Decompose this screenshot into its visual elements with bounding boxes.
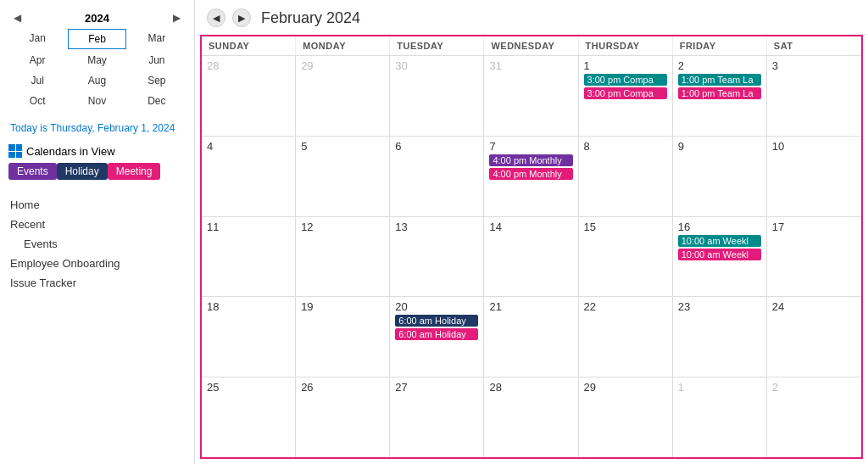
day-cell[interactable]: 22 xyxy=(579,297,673,377)
day-number: 29 xyxy=(301,59,384,72)
nav-link-issue-tracker[interactable]: Issue Tracker xyxy=(8,273,186,293)
prev-year-button[interactable]: ◀ xyxy=(10,10,25,25)
day-cell[interactable]: 27 xyxy=(390,377,484,457)
day-cell[interactable]: 12 xyxy=(296,217,390,297)
week-row-4: 252627282912 xyxy=(202,377,861,457)
month-cell-dec[interactable]: Dec xyxy=(128,92,186,110)
day-header-thursday: THURSDAY xyxy=(579,36,673,55)
month-cell-aug[interactable]: Aug xyxy=(68,71,125,90)
month-cell-sep[interactable]: Sep xyxy=(128,71,186,90)
day-cell[interactable]: 206:00 am Holiday6:00 am Holiday xyxy=(390,297,484,377)
mini-cal-year[interactable]: 2024 xyxy=(85,12,109,25)
day-cell[interactable]: 21 xyxy=(484,297,578,377)
day-cell[interactable]: 18 xyxy=(202,297,296,377)
week-row-2: 11121314151610:00 am Weekl10:00 am Weekl… xyxy=(202,217,861,298)
event-badge[interactable]: 4:00 pm Monthly xyxy=(489,154,572,166)
day-cell[interactable]: 28 xyxy=(484,377,578,457)
calendar-badges: EventsHolidayMeeting xyxy=(8,163,186,183)
day-cell[interactable]: 5 xyxy=(296,137,390,216)
day-number: 27 xyxy=(395,381,478,394)
day-cell[interactable]: 6 xyxy=(390,137,484,216)
nav-link-employee-onboarding[interactable]: Employee Onboarding xyxy=(8,254,186,273)
day-headers: SUNDAYMONDAYTUESDAYWEDNESDAYTHURSDAYFRID… xyxy=(202,36,861,56)
day-cell[interactable]: 13:00 pm Compa3:00 pm Compa xyxy=(579,56,673,136)
day-cell[interactable]: 1 xyxy=(673,377,767,457)
day-cell[interactable]: 14 xyxy=(484,217,578,297)
event-badge[interactable]: 3:00 pm Compa xyxy=(584,74,667,86)
calendar-badge-meeting[interactable]: Meeting xyxy=(108,163,161,180)
month-cell-oct[interactable]: Oct xyxy=(8,92,66,110)
month-cell-jan[interactable]: Jan xyxy=(8,29,66,49)
prev-month-button[interactable]: ◀ xyxy=(207,8,225,27)
day-number: 29 xyxy=(584,381,667,394)
day-cell[interactable]: 30 xyxy=(390,56,484,136)
nav-link-events[interactable]: Events xyxy=(8,234,186,254)
event-badge[interactable]: 1:00 pm Team La xyxy=(678,87,761,99)
day-header-sat: SAT xyxy=(767,36,861,55)
month-cell-jun[interactable]: Jun xyxy=(128,51,186,70)
day-cell[interactable]: 28 xyxy=(202,56,296,136)
day-cell[interactable]: 74:00 pm Monthly4:00 pm Monthly xyxy=(484,137,578,216)
day-cell[interactable]: 17 xyxy=(767,217,861,297)
month-cell-feb[interactable]: Feb xyxy=(68,29,125,49)
day-cell[interactable]: 31 xyxy=(484,56,578,136)
day-cell[interactable]: 24 xyxy=(767,297,861,377)
calendars-section-label: Calendars in View xyxy=(26,145,115,158)
month-cell-mar[interactable]: Mar xyxy=(128,29,186,49)
day-cell[interactable]: 8 xyxy=(579,137,673,216)
event-badge[interactable]: 4:00 pm Monthly xyxy=(489,168,572,180)
sidebar: ◀ 2024 ▶ JanFebMarAprMayJunJulAugSepOctN… xyxy=(0,0,195,464)
day-cell[interactable]: 9 xyxy=(673,137,767,216)
day-number: 24 xyxy=(772,300,856,313)
today-value: Thursday, February 1, 2024 xyxy=(50,122,175,134)
day-number: 23 xyxy=(678,300,761,313)
calendar-badge-holiday[interactable]: Holiday xyxy=(57,163,108,180)
day-cell[interactable]: 2 xyxy=(767,377,861,457)
month-cell-nov[interactable]: Nov xyxy=(68,92,125,110)
event-badge[interactable]: 6:00 am Holiday xyxy=(395,328,478,340)
day-number: 10 xyxy=(772,140,856,153)
day-cell[interactable]: 13 xyxy=(390,217,484,297)
next-month-button[interactable]: ▶ xyxy=(232,8,251,27)
day-cell[interactable]: 21:00 pm Team La1:00 pm Team La xyxy=(673,56,767,136)
week-row-1: 45674:00 pm Monthly4:00 pm Monthly8910 xyxy=(202,137,861,217)
day-cell[interactable]: 11 xyxy=(202,217,296,297)
day-cell[interactable]: 19 xyxy=(296,297,390,377)
nav-link-recent[interactable]: Recent xyxy=(8,215,186,234)
day-number: 3 xyxy=(772,59,856,72)
month-cell-may[interactable]: May xyxy=(68,51,125,70)
month-cell-jul[interactable]: Jul xyxy=(8,71,66,90)
day-cell[interactable]: 29 xyxy=(579,377,673,457)
calendar-grid: SUNDAYMONDAYTUESDAYWEDNESDAYTHURSDAYFRID… xyxy=(200,35,863,459)
event-badge[interactable]: 6:00 am Holiday xyxy=(395,315,478,327)
day-cell[interactable]: 29 xyxy=(296,56,390,136)
day-cell[interactable]: 23 xyxy=(673,297,767,377)
calendar-grid-icon xyxy=(8,144,22,158)
calendar-badge-events[interactable]: Events xyxy=(8,163,57,180)
day-cell[interactable]: 3 xyxy=(767,56,861,136)
day-cell[interactable]: 25 xyxy=(202,377,296,457)
calendars-section: Calendars in View EventsHolidayMeeting xyxy=(8,144,186,183)
day-number: 15 xyxy=(584,221,667,233)
day-cell[interactable]: 26 xyxy=(296,377,390,457)
day-cell[interactable]: 4 xyxy=(202,137,296,216)
day-number: 11 xyxy=(207,221,290,233)
day-cell[interactable]: 1610:00 am Weekl10:00 am Weekl xyxy=(673,217,767,297)
next-year-button[interactable]: ▶ xyxy=(170,10,184,25)
mini-cal-header: ◀ 2024 ▶ xyxy=(8,7,186,29)
day-header-wednesday: WEDNESDAY xyxy=(484,36,578,55)
month-cell-apr[interactable]: Apr xyxy=(8,51,66,70)
day-number: 25 xyxy=(207,381,290,394)
event-badge[interactable]: 1:00 pm Team La xyxy=(678,74,761,86)
day-cell[interactable]: 15 xyxy=(579,217,673,297)
event-badge[interactable]: 10:00 am Weekl xyxy=(678,249,761,260)
event-badge[interactable]: 10:00 am Weekl xyxy=(678,235,761,247)
mini-calendar: ◀ 2024 ▶ JanFebMarAprMayJunJulAugSepOctN… xyxy=(8,7,186,110)
day-number: 7 xyxy=(489,140,572,153)
event-badge[interactable]: 3:00 pm Compa xyxy=(584,87,667,99)
day-cell[interactable]: 10 xyxy=(767,137,861,216)
day-header-monday: MONDAY xyxy=(296,36,390,55)
nav-link-home[interactable]: Home xyxy=(8,195,186,215)
day-number: 1 xyxy=(584,59,667,72)
day-number: 28 xyxy=(207,59,290,72)
